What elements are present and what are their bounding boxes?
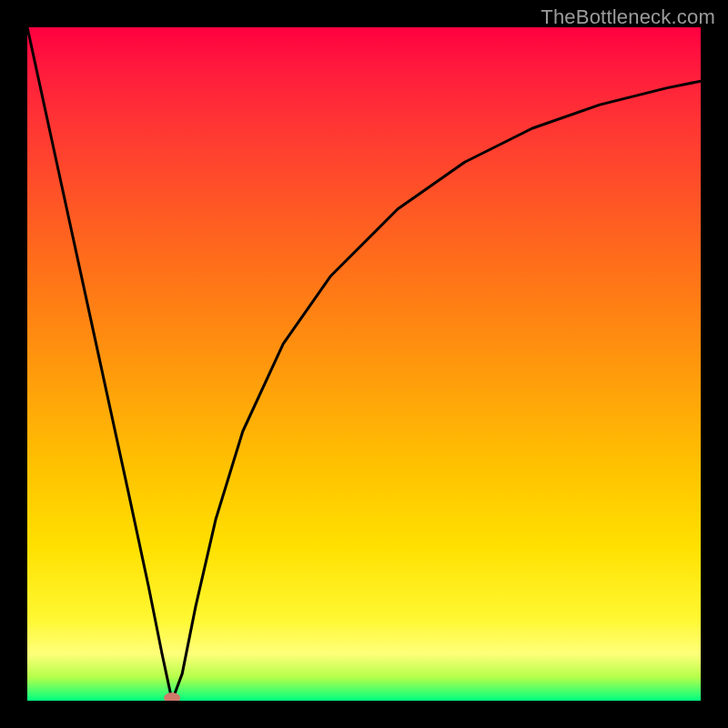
optimum-marker [164,693,180,701]
plot-area [27,27,701,701]
bottleneck-curve [27,27,701,701]
watermark-text: TheBottleneck.com [541,5,715,29]
chart-frame: TheBottleneck.com [0,0,728,728]
curve-svg [27,27,701,701]
